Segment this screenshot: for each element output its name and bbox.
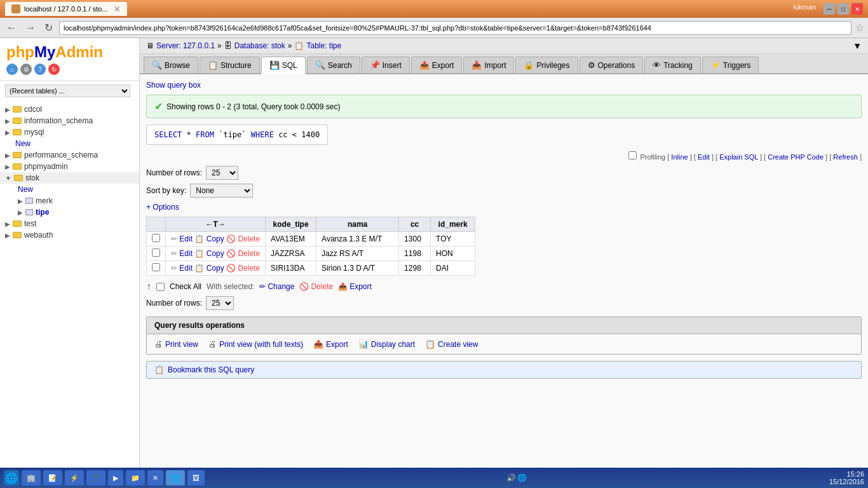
sidebar-item-cdcol[interactable]: ▶ cdcol — [0, 104, 139, 115]
explain-sql-link[interactable]: Explain SQL — [719, 153, 758, 161]
profiling-checkbox[interactable] — [628, 151, 637, 159]
sidebar-item-label: stok — [25, 173, 39, 182]
forward-button[interactable]: → — [23, 21, 38, 35]
app-body: phpMyAdmin ⌂ ⚙ ? ↻ (Recent tables) ... ▶… — [0, 38, 868, 468]
options-link[interactable]: + Options — [146, 203, 862, 212]
tab-tracking[interactable]: 👁 Tracking — [644, 57, 701, 73]
logo-my: My — [34, 43, 55, 60]
bottom-rows-select[interactable]: 25 50 — [206, 296, 234, 310]
sidebar-item-mysql[interactable]: ▶ mysql — [0, 126, 139, 138]
show-query-box-link[interactable]: Show query box — [146, 81, 862, 90]
tab-export[interactable]: 📤 Export — [411, 57, 463, 73]
recent-tables-select[interactable]: (Recent tables) ... — [5, 85, 130, 97]
minimize-button[interactable]: ─ — [824, 3, 835, 15]
sidebar-item-phpmyadmin[interactable]: ▶ phpmyadmin — [0, 161, 139, 172]
row-checkbox[interactable] — [152, 263, 160, 271]
bookmark-link[interactable]: Bookmark this SQL query — [168, 365, 254, 374]
tab-browse[interactable]: 🔍 Browse — [144, 57, 198, 73]
row-checkbox[interactable] — [152, 248, 160, 257]
cell-id-merk: TOY — [431, 232, 475, 247]
bookmark-star-button[interactable]: ☆ — [855, 22, 864, 34]
sidebar-item-information-schema[interactable]: ▶ information_schema — [0, 115, 139, 126]
tab-structure[interactable]: 📋 Structure — [200, 57, 260, 73]
print-icon: 🖨 — [154, 339, 163, 349]
cell-cc: 1198 — [399, 247, 431, 261]
copy-row-link[interactable]: Copy — [207, 264, 224, 273]
maximize-button[interactable]: □ — [837, 3, 849, 15]
sql-tab-icon: 💾 — [269, 60, 280, 70]
settings-icon[interactable]: ⚙ — [20, 64, 32, 75]
breadcrumb-server-link[interactable]: Server: 127.0.0.1 — [156, 41, 215, 50]
copy-row-link[interactable]: Copy — [207, 249, 224, 258]
check-all-checkbox[interactable] — [156, 283, 165, 291]
th-id-merk[interactable]: id_merk — [431, 217, 475, 232]
browse-tab-icon: 🔍 — [152, 60, 162, 70]
change-button[interactable]: ✏ Change — [259, 282, 294, 291]
edit-row-link[interactable]: Edit — [179, 234, 193, 243]
browser-tab[interactable]: localhost / 127.0.0.1 / sto... ✕ — [5, 2, 127, 16]
export-selected-button[interactable]: 📤 Export — [338, 282, 372, 291]
print-view-link[interactable]: 🖨 Print view — [154, 339, 198, 349]
sidebar-item-label: mysql — [24, 128, 44, 137]
sidebar-item-new-1[interactable]: New — [0, 138, 139, 149]
tab-operations[interactable]: ⚙ Operations — [580, 57, 644, 73]
breadcrumb-table-link[interactable]: Table: tipe — [306, 41, 341, 50]
sidebar-item-performance-schema[interactable]: ▶ performance_schema — [0, 149, 139, 161]
delete-row-link[interactable]: Delete — [238, 264, 260, 273]
edit-link[interactable]: Edit — [698, 153, 710, 161]
tab-import[interactable]: 📥 Import — [463, 57, 514, 73]
print-view-full-link[interactable]: 🖨 Print view (with full texts) — [208, 339, 303, 349]
tab-triggers[interactable]: ⚡ Triggers — [702, 57, 759, 73]
reload-icon[interactable]: ↻ — [48, 64, 60, 75]
copy-row-link[interactable]: Copy — [207, 234, 224, 243]
rows-per-page-select[interactable]: 25 50 100 — [206, 166, 238, 180]
cell-nama: Jazz RS A/T — [316, 247, 399, 261]
refresh-browser-button[interactable]: ↻ — [42, 20, 55, 35]
table-row: ✏ Edit 📋 Copy 🚫 Delete AVA13EM Avanza 1.… — [147, 232, 475, 247]
expand-icon: ▶ — [5, 163, 10, 170]
th-nama[interactable]: nama — [316, 217, 399, 232]
delete-row-link[interactable]: Delete — [238, 249, 260, 258]
help-icon[interactable]: ? — [34, 64, 46, 75]
export-results-link[interactable]: 📤 Export — [313, 339, 348, 349]
create-php-code-link[interactable]: Create PHP Code — [768, 153, 824, 161]
tab-privileges[interactable]: 🔒 Privileges — [515, 57, 578, 73]
tab-export-label: Export — [432, 61, 454, 70]
row-checkbox[interactable] — [152, 234, 160, 242]
table-icon — [25, 198, 33, 204]
delete-selected-button[interactable]: 🚫 Delete — [299, 282, 333, 291]
scroll-up-icon[interactable]: ↑ — [146, 281, 151, 292]
address-bar[interactable] — [59, 21, 851, 35]
tab-insert[interactable]: 📌 Insert — [362, 57, 410, 73]
delete-row-link[interactable]: Delete — [238, 234, 260, 243]
back-button[interactable]: ← — [4, 21, 19, 35]
th-checkbox — [147, 217, 166, 232]
sidebar-item-stok-merk[interactable]: ▶ merk — [13, 195, 139, 207]
collapse-icon[interactable]: ▼ — [853, 41, 862, 51]
refresh-link[interactable]: Refresh — [833, 153, 858, 161]
cell-cc: 1298 — [399, 261, 431, 276]
sidebar-item-test[interactable]: ▶ test — [0, 218, 139, 229]
inline-link[interactable]: Inline — [671, 153, 688, 161]
sidebar-item-stok[interactable]: ▼ stok — [0, 172, 139, 184]
edit-row-link[interactable]: Edit — [179, 264, 193, 273]
create-view-link[interactable]: 📋 Create view — [425, 339, 478, 349]
tab-close-button[interactable]: ✕ — [114, 4, 121, 14]
home-icon[interactable]: ⌂ — [6, 64, 18, 75]
edit-row-link[interactable]: Edit — [179, 249, 193, 258]
sort-by-key-select[interactable]: None kode_tipe cc — [190, 184, 253, 198]
breadcrumb-database-link[interactable]: Database: stok — [234, 41, 285, 50]
tab-operations-label: Operations — [598, 61, 635, 70]
th-arrows[interactable]: ←T→ — [166, 217, 266, 232]
sidebar-item-webauth[interactable]: ▶ webauth — [0, 229, 139, 241]
tab-sql[interactable]: 💾 SQL — [261, 57, 306, 74]
profiling-bar: Profiling [ Inline ] [ Edit ] [ Explain … — [146, 151, 862, 161]
sidebar-item-label: webauth — [24, 231, 53, 240]
tab-search[interactable]: 🔍 Search — [307, 57, 360, 73]
sidebar-item-stok-tipe[interactable]: ▶ tipe — [13, 207, 139, 218]
th-cc[interactable]: cc — [399, 217, 431, 232]
display-chart-link[interactable]: 📊 Display chart — [358, 339, 415, 349]
th-kode-tipe[interactable]: kode_tipe — [266, 217, 316, 232]
close-button[interactable]: ✕ — [851, 3, 863, 15]
sidebar-item-stok-new[interactable]: New — [13, 184, 139, 195]
